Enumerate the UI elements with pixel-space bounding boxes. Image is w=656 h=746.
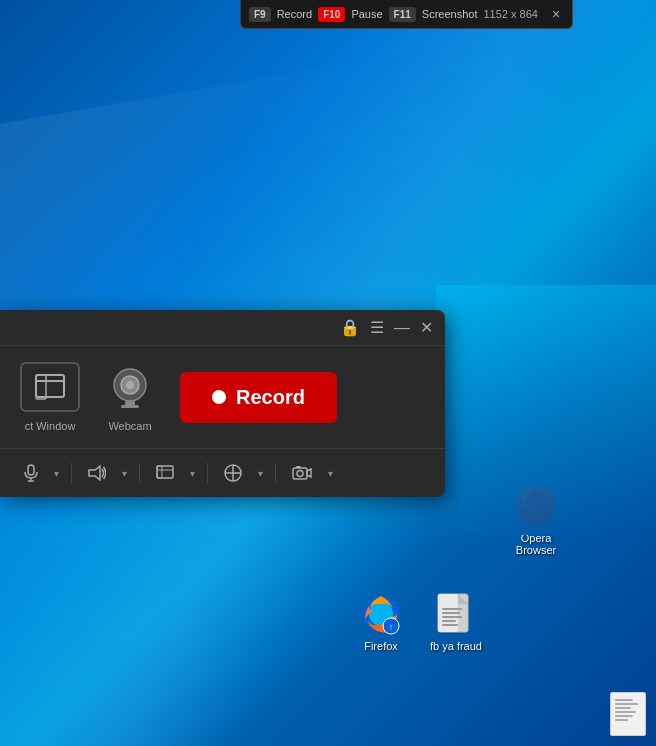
webcam-label: Webcam <box>108 420 151 432</box>
svg-rect-6 <box>125 401 135 405</box>
webcam-icon <box>108 365 152 409</box>
select-window-source[interactable]: ct Window <box>20 362 80 432</box>
mic-button[interactable] <box>16 459 46 487</box>
window-icon <box>34 373 66 401</box>
close-icon[interactable]: ✕ <box>420 318 433 337</box>
f10-key[interactable]: F10 <box>318 7 345 22</box>
separator-4 <box>275 463 276 483</box>
svg-rect-38 <box>442 620 456 622</box>
window-icon-box <box>20 362 80 412</box>
svg-rect-18 <box>293 468 307 479</box>
speaker-icon <box>88 465 106 481</box>
screen-icon <box>156 465 174 481</box>
fb-ya-fraud-label: fb ya fraud <box>424 640 488 652</box>
doc-line-3 <box>615 707 631 709</box>
document-icon <box>434 592 478 636</box>
svg-point-19 <box>297 471 303 477</box>
svg-rect-35 <box>442 608 462 610</box>
speaker-button[interactable] <box>80 460 114 486</box>
record-button-label: Record <box>236 386 305 409</box>
record-button[interactable]: Record <box>180 372 337 423</box>
doc-line-5 <box>615 715 633 717</box>
svg-rect-39 <box>442 624 458 626</box>
cursor-button[interactable] <box>216 459 250 487</box>
minimize-icon[interactable]: — <box>394 319 410 337</box>
doc-line-2 <box>615 703 638 705</box>
separator-1 <box>71 463 72 483</box>
svg-rect-21 <box>296 466 301 468</box>
firefox-label: Firefox <box>349 640 413 652</box>
svg-rect-0 <box>36 375 64 397</box>
fb-ya-fraud-icon[interactable]: fb ya fraud <box>420 588 492 656</box>
svg-text:↑: ↑ <box>389 622 394 632</box>
cursor-icon <box>224 464 242 482</box>
camera-icon <box>292 465 312 481</box>
camera-dropdown[interactable]: ▾ <box>324 463 337 484</box>
recorder-panel: 🔒 ☰ — ✕ ct Window <box>0 310 445 497</box>
svg-rect-7 <box>121 405 139 408</box>
mic-dropdown[interactable]: ▾ <box>50 463 63 484</box>
svg-rect-37 <box>442 616 462 618</box>
svg-rect-2 <box>36 375 46 399</box>
firefox-icon-image: ↑ <box>359 592 403 636</box>
screen-dropdown[interactable]: ▾ <box>186 463 199 484</box>
doc-line-6 <box>615 719 628 721</box>
svg-marker-20 <box>307 469 311 477</box>
panel-content: ct Window Webcam Record <box>0 346 445 448</box>
toolbar-close-button[interactable]: × <box>548 4 564 24</box>
svg-rect-36 <box>442 612 460 614</box>
camera-button[interactable] <box>284 460 320 486</box>
separator-3 <box>207 463 208 483</box>
speaker-dropdown[interactable]: ▾ <box>118 463 131 484</box>
select-window-label: ct Window <box>25 420 76 432</box>
separator-2 <box>139 463 140 483</box>
fb-ya-fraud-image <box>434 592 478 636</box>
svg-rect-12 <box>157 466 173 478</box>
pause-label: Pause <box>351 8 382 20</box>
svg-rect-8 <box>28 465 34 475</box>
cursor-dropdown[interactable]: ▾ <box>254 463 267 484</box>
svg-point-5 <box>126 381 134 389</box>
screen-capture-button[interactable] <box>148 460 182 486</box>
doc-line-1 <box>615 699 633 701</box>
opera-browser-label: Opera Browser <box>504 532 568 556</box>
f9-key[interactable]: F9 <box>249 7 271 22</box>
mic-icon <box>24 464 38 482</box>
record-label: Record <box>277 8 312 20</box>
panel-bottom-toolbar: ▾ ▾ ▾ <box>0 448 445 497</box>
panel-titlebar: 🔒 ☰ — ✕ <box>0 310 445 346</box>
firefox-icon[interactable]: ↑ Firefox <box>345 588 417 656</box>
corner-doc-content <box>611 695 645 725</box>
webcam-source[interactable]: Webcam <box>100 362 160 432</box>
record-indicator <box>212 390 226 404</box>
resolution-display: 1152 x 864 <box>483 8 537 20</box>
lock-icon[interactable]: 🔒 <box>340 318 360 337</box>
firefox-logo-icon: ↑ <box>359 592 403 636</box>
svg-marker-11 <box>89 466 100 480</box>
menu-icon[interactable]: ☰ <box>370 318 384 337</box>
doc-line-4 <box>615 711 636 713</box>
screenshot-label: Screenshot <box>422 8 478 20</box>
recording-toolbar: F9 Record F10 Pause F11 Screenshot 1152 … <box>240 0 573 29</box>
background-window <box>436 285 656 535</box>
f11-key[interactable]: F11 <box>389 7 416 22</box>
corner-document-widget[interactable] <box>610 692 646 736</box>
webcam-icon-container <box>100 362 160 412</box>
